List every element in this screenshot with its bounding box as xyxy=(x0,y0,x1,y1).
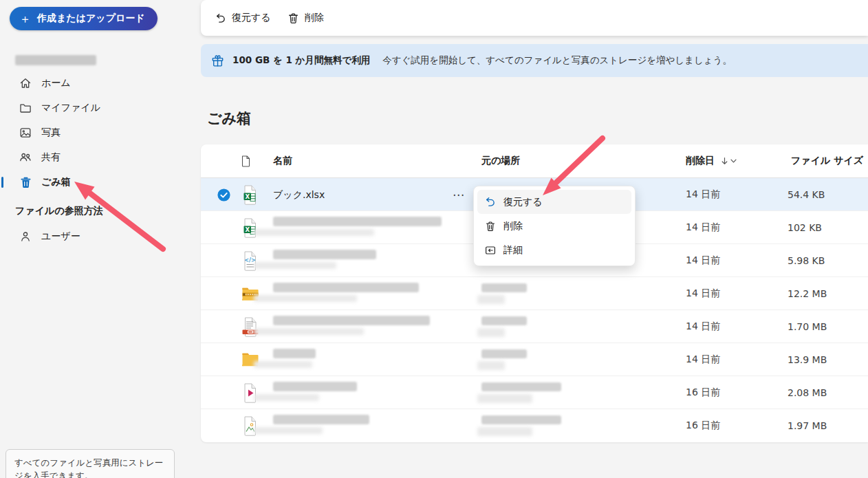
sidebar: ＋ 作成またはアップロード ホーム マイファイル 写真 xyxy=(0,0,201,478)
context-menu-item-restore[interactable]: 復元する xyxy=(477,190,631,214)
deleted-date: 14 日前 xyxy=(686,343,720,376)
file-size: 2.08 MB xyxy=(788,376,827,409)
photos-icon xyxy=(19,127,32,139)
sidebar-item-my-files[interactable]: マイファイル xyxy=(0,96,201,120)
context-menu: 復元する 削除 詳細 xyxy=(473,186,636,266)
file-type-icon xyxy=(241,343,259,376)
command-bar: 復元する 削除 xyxy=(201,0,868,36)
sidebar-nav-secondary: ユーザー xyxy=(0,224,201,249)
deleted-date: 14 日前 xyxy=(686,178,720,211)
file-name[interactable] xyxy=(273,310,473,343)
context-menu-item-details[interactable]: 詳細 xyxy=(477,238,631,262)
file-size: 102 KB xyxy=(788,211,822,244)
file-location xyxy=(481,376,619,409)
chevron-down-icon xyxy=(730,159,737,163)
undo-icon xyxy=(484,196,496,208)
file-size: 12.2 MB xyxy=(788,277,827,310)
column-header-name[interactable]: 名前 xyxy=(273,144,292,177)
restore-label: 復元する xyxy=(232,12,271,24)
create-or-upload-button[interactable]: ＋ 作成またはアップロード xyxy=(10,7,158,30)
table-row[interactable]: 16 日前 2.08 MB xyxy=(201,376,868,409)
details-pane-icon xyxy=(484,244,496,256)
home-icon xyxy=(19,77,32,89)
sidebar-item-label: ごみ箱 xyxy=(41,176,71,188)
sidebar-item-label: 共有 xyxy=(41,151,61,164)
deleted-date: 16 日前 xyxy=(686,409,720,442)
sort-descending-icon xyxy=(721,157,728,165)
deleted-date: 14 日前 xyxy=(686,310,720,343)
selected-check-icon[interactable] xyxy=(217,178,231,211)
column-header-deleted-label: 削除日 xyxy=(686,155,715,167)
sidebar-section-header: ファイルの参照方法 xyxy=(15,205,103,217)
file-size: 13.9 MB xyxy=(788,343,827,376)
trash-icon xyxy=(484,220,496,232)
account-name-redacted xyxy=(15,55,96,65)
file-type-icon xyxy=(241,277,259,310)
banner-message: 今すぐ試用を開始して、すべてのファイルと写真のストレージを増やしましょう。 xyxy=(382,54,732,67)
onedrive-recycle-bin-page: ＋ 作成またはアップロード ホーム マイファイル 写真 xyxy=(0,0,868,478)
storage-tooltip: すべてのファイルと写真用にストレージを入手できます。 xyxy=(6,449,175,478)
file-type-column-icon xyxy=(241,144,251,177)
file-name[interactable] xyxy=(273,244,473,277)
sidebar-item-recycle-bin[interactable]: ごみ箱 xyxy=(0,170,201,195)
table-header-row: 名前 元の場所 削除日 ファイル サイズ xyxy=(201,144,868,178)
table-row[interactable]: 14 日前 12.2 MB xyxy=(201,277,868,310)
sidebar-item-home[interactable]: ホーム xyxy=(0,71,201,96)
column-header-location[interactable]: 元の場所 xyxy=(481,144,520,177)
table-row[interactable]: 14 日前 13.9 MB xyxy=(201,343,868,376)
storage-promo-banner[interactable]: 100 GB を 1 か月間無料で利用 今すぐ試用を開始して、すべてのファイルと… xyxy=(201,44,868,77)
trash-icon xyxy=(287,12,299,24)
file-location xyxy=(481,409,619,442)
person-icon xyxy=(19,230,32,243)
deleted-date: 14 日前 xyxy=(686,244,720,277)
file-name[interactable]: ブック.xlsx xyxy=(273,178,473,211)
svg-text:X: X xyxy=(245,193,250,199)
file-name[interactable] xyxy=(273,211,473,244)
file-name[interactable] xyxy=(273,409,473,442)
undo-icon xyxy=(215,12,226,24)
gift-icon xyxy=(211,54,224,67)
folder-icon xyxy=(19,102,32,114)
file-type-icon xyxy=(241,310,259,343)
sidebar-item-label: ホーム xyxy=(41,77,71,89)
file-type-icon: X xyxy=(241,178,259,211)
deleted-date: 14 日前 xyxy=(686,277,720,310)
people-icon xyxy=(19,151,32,164)
sidebar-item-shared[interactable]: 共有 xyxy=(0,145,201,170)
column-header-file-size[interactable]: ファイル サイズ xyxy=(791,144,863,177)
file-size: 1.97 MB xyxy=(788,409,827,442)
more-options-button[interactable]: ⋯ xyxy=(450,178,468,211)
context-menu-item-label: 復元する xyxy=(503,196,543,208)
file-type-icon: X xyxy=(241,211,259,244)
sidebar-item-label: マイファイル xyxy=(41,102,100,114)
context-menu-item-delete[interactable]: 削除 xyxy=(477,214,631,238)
file-type-icon xyxy=(241,409,259,442)
page-title: ごみ箱 xyxy=(207,109,251,128)
sidebar-item-label: 写真 xyxy=(41,127,61,139)
file-size: 54.4 KB xyxy=(788,178,825,211)
file-type-icon: </> xyxy=(241,244,259,277)
file-location xyxy=(481,310,619,343)
file-name[interactable] xyxy=(273,277,473,310)
file-type-icon xyxy=(241,376,259,409)
deleted-date: 14 日前 xyxy=(686,211,720,244)
table-row[interactable]: 16 日前 1.97 MB xyxy=(201,409,868,442)
file-name[interactable] xyxy=(273,376,473,409)
deleted-date: 16 日前 xyxy=(686,376,720,409)
create-or-upload-label: 作成またはアップロード xyxy=(37,12,145,25)
column-header-deleted-date[interactable]: 削除日 xyxy=(686,144,737,177)
sidebar-item-people[interactable]: ユーザー xyxy=(0,224,201,249)
restore-button[interactable]: 復元する xyxy=(208,6,278,30)
sidebar-item-photos[interactable]: 写真 xyxy=(0,120,201,145)
sidebar-nav: ホーム マイファイル 写真 共有 xyxy=(0,71,201,195)
file-name[interactable] xyxy=(273,343,473,376)
delete-label: 削除 xyxy=(305,12,324,24)
sidebar-item-label: ユーザー xyxy=(41,230,80,243)
file-size: 5.98 KB xyxy=(788,244,825,277)
banner-title: 100 GB を 1 か月間無料で利用 xyxy=(232,54,370,67)
delete-button[interactable]: 削除 xyxy=(281,6,331,30)
table-row[interactable]: 14 日前 1.70 MB xyxy=(201,310,868,343)
trash-icon xyxy=(19,176,32,188)
context-menu-item-label: 詳細 xyxy=(503,244,523,257)
file-size: 1.70 MB xyxy=(788,310,827,343)
